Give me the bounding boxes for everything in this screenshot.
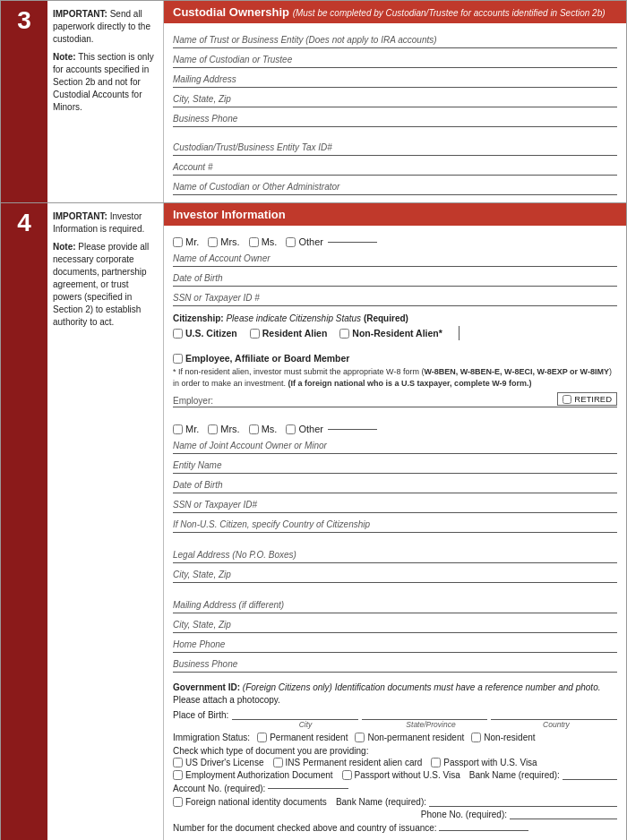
checkbox-employee-affiliate[interactable] (173, 354, 183, 364)
bank-name2-field (429, 806, 617, 807)
gov-id-attach: Please attach a photocopy. (173, 695, 280, 705)
cb-passport-us-visa[interactable]: Passport with U.S. Visa (431, 758, 537, 767)
checkbox-drivers-license[interactable] (173, 758, 183, 767)
field-account-num: Account # (173, 161, 617, 176)
joint-mrs[interactable]: Mrs. (208, 424, 239, 434)
joint-other-field[interactable] (328, 429, 377, 430)
citizenship-label: Citizenship: Please indicate Citizenship… (173, 313, 617, 323)
cb-resident-alien[interactable]: Resident Alien (250, 328, 328, 339)
salutation-mr[interactable]: Mr. (173, 236, 199, 247)
footnote2: (If a foreign national who is a U.S taxp… (288, 379, 532, 388)
checkbox-joint-mr[interactable] (173, 424, 183, 434)
cb-drivers-license[interactable]: US Driver's License (173, 758, 264, 767)
label-employment-auth: Employment Authorization Document (185, 770, 333, 780)
label-passport-no-visa: Passport without U.S. Visa (355, 770, 460, 780)
checkbox-resident-alien[interactable] (250, 329, 260, 339)
section-3-number: 3 (1, 1, 47, 202)
doc-options-row1: US Driver's License INS Permanent reside… (173, 758, 617, 767)
cb-nonresident[interactable]: Non-resident (471, 733, 535, 742)
section-3-header: Custodial Ownership (Must be completed b… (164, 1, 626, 23)
label-joint-mr: Mr. (185, 424, 199, 434)
cb-employee-affiliate[interactable]: Employee, Affiliate or Board Member (173, 353, 349, 364)
checkbox-nonresident-alien[interactable] (339, 329, 349, 339)
checkbox-employment-auth[interactable] (173, 770, 183, 780)
phone-no-label: Phone No. (required): (421, 810, 507, 819)
cb-employment-auth[interactable]: Employment Authorization Document (173, 770, 333, 780)
retired-label: RETIRED (574, 394, 612, 404)
checkbox-other[interactable] (286, 237, 296, 247)
checkbox-retired[interactable] (563, 395, 571, 404)
bank-name2-row: Bank Name (required): (336, 797, 617, 807)
label-ins-card: INS Permanent resident alien card (286, 758, 423, 767)
checkbox-passport-us-visa[interactable] (431, 758, 441, 767)
label-nonresident: Non-resident (484, 733, 535, 742)
section-3: 3 IMPORTANT: Send all paperwork directly… (0, 0, 627, 203)
divider (459, 326, 460, 340)
checkbox-us-citizen[interactable] (173, 329, 183, 339)
salutation-mrs[interactable]: Mrs. (208, 236, 239, 247)
cb-nonpermanent[interactable]: Non-permanent resident (355, 733, 464, 742)
cb-ins-card[interactable]: INS Permanent resident alien card (273, 758, 423, 767)
checkbox-joint-other[interactable] (286, 424, 296, 434)
citizenship-options: U.S. Citizen Resident Alien Non-Resident… (173, 326, 617, 364)
checkbox-joint-ms[interactable] (249, 424, 259, 434)
field-joint-ssn: SSN or Taxpayer ID# (173, 499, 617, 513)
field-tax-id: Custodian/Trust/Business Entity Tax ID# (173, 141, 617, 156)
retired-box[interactable]: RETIRED (557, 392, 617, 406)
checkbox-foreign-national[interactable] (173, 797, 183, 807)
checkbox-nonpermanent[interactable] (355, 733, 365, 742)
salutation-ms[interactable]: Ms. (249, 236, 278, 247)
label-joint-other: Other (298, 424, 323, 434)
gov-id-title: Government ID: (173, 682, 240, 692)
label-mr: Mr. (185, 236, 199, 247)
other-field[interactable] (328, 242, 377, 243)
checkbox-mrs[interactable] (208, 237, 218, 247)
checkbox-mr[interactable] (173, 237, 183, 247)
checkbox-ms[interactable] (249, 237, 259, 247)
bank-name-field (563, 779, 617, 780)
field-citizenship-country: If Non-U.S. Citizen, specify Country of … (173, 519, 617, 533)
field-dob-owner: Date of Birth (173, 272, 617, 287)
state-sublabel: State/Province (370, 720, 492, 729)
joint-ms[interactable]: Ms. (249, 424, 278, 434)
field-trust-entity: Name of Trust or Business Entity (Does n… (173, 34, 617, 48)
citizenship-note: Please indicate Citizenship Status (226, 313, 361, 323)
field-city-state-zip: City, State, Zip (173, 93, 617, 107)
cb-passport-no-visa[interactable]: Passport without U.S. Visa (342, 770, 460, 780)
spacer (173, 409, 617, 418)
section-4-header: Investor Information (164, 203, 626, 226)
checkbox-joint-mrs[interactable] (208, 424, 218, 434)
field-business-phone: Business Phone (173, 113, 617, 127)
bank-name-label: Bank Name (required): (469, 770, 560, 780)
page: 3 IMPORTANT: Send all paperwork directly… (0, 0, 627, 840)
cb-permanent[interactable]: Permanent resident (257, 733, 348, 742)
field-legal-address: Legal Address (No P.O. Boxes) (173, 549, 617, 563)
field-business-phone-sec4: Business Phone (173, 658, 617, 673)
joint-other[interactable]: Other (286, 424, 377, 434)
section-3-form: Name of Trust or Business Entity (Does n… (164, 23, 626, 202)
fn-row2: Phone No. (required): (173, 810, 617, 819)
cb-nonresident-alien[interactable]: Non-Resident Alien* (339, 328, 442, 339)
label-passport-us-visa: Passport with U.S. Visa (443, 758, 537, 767)
label-us-citizen: U.S. Citizen (185, 328, 237, 339)
salutation-other[interactable]: Other (286, 236, 377, 247)
checkbox-permanent[interactable] (257, 733, 267, 742)
section-4-note-text: Please provide all necessary corporate d… (53, 242, 149, 327)
section-4-content: Investor Information Mr. Mrs. Ms. Othe (164, 203, 626, 840)
cb-foreign-national[interactable]: Foreign national identity documents (173, 797, 327, 807)
check-type-label: Check which type of document you are pro… (173, 746, 617, 756)
account-no-item: Account No. (required): (173, 784, 348, 793)
checkbox-ins-card[interactable] (273, 758, 283, 767)
spacer2 (173, 535, 617, 544)
section-4-form: Mr. Mrs. Ms. Other Name of Account Owner… (164, 226, 626, 840)
fn-row1: Foreign national identity documents Bank… (173, 797, 617, 807)
joint-mr[interactable]: Mr. (173, 424, 199, 434)
checkbox-nonresident[interactable] (471, 733, 481, 742)
label-resident-alien: Resident Alien (262, 328, 328, 339)
field-joint-name: Name of Joint Account Owner or Minor (173, 440, 617, 454)
checkbox-passport-no-visa[interactable] (342, 770, 352, 780)
cb-us-citizen[interactable]: U.S. Citizen (173, 328, 237, 339)
account-no-row: Account No. (required): (173, 784, 617, 793)
account-no-field[interactable] (268, 788, 348, 789)
number-doc-field[interactable] (439, 830, 528, 831)
